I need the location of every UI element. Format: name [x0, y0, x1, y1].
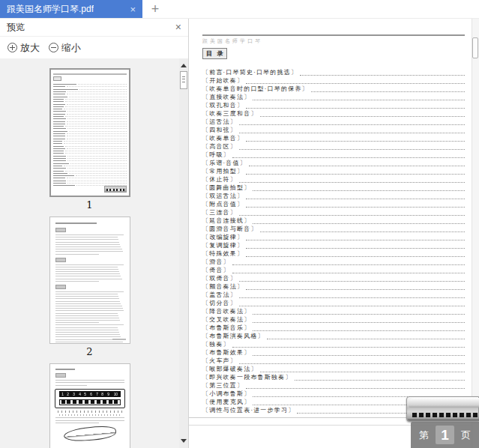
new-tab-button[interactable]: +	[145, 0, 165, 18]
toc-entry: 〔布鲁斯效果〕	[202, 348, 465, 357]
toc-entry-text: 〔吹奏单音〕	[202, 134, 244, 142]
toc-entry-text: 〔调性与位置表·进一步学习〕	[202, 406, 295, 414]
page-number-input[interactable]: 1	[436, 426, 454, 444]
toc-entry-text: 〔双运舌法〕	[202, 192, 244, 200]
mini-text-line	[55, 382, 124, 383]
thumbnail-page-1[interactable]	[49, 68, 130, 197]
zoom-in-button[interactable]: 放大	[7, 41, 40, 55]
toc-list: 〔前言·口琴简史·口琴的挑选〕〔开始吹奏〕〔吹奏单音时的口型·口琴的保养〕〔直接…	[202, 68, 465, 414]
toc-dot-leader	[232, 273, 465, 273]
toc-entry: 〔双孔和音〕	[202, 101, 465, 109]
toc-entry: 〔倚音〕	[202, 266, 465, 274]
harmonica-base	[408, 419, 479, 421]
sidebar-scrollbar-thumb[interactable]	[180, 71, 187, 89]
toc-entry-text: 〔布鲁斯演奏风格〕	[202, 332, 265, 340]
toc-entry-text: 〔滑音〕	[202, 258, 230, 266]
toc-dot-leader	[253, 100, 465, 100]
tab-close-icon[interactable]: ×	[125, 4, 136, 14]
toc-entry-text: 〔呼吸〕	[202, 151, 230, 159]
tab-bar: 跟美国名师学口琴.pdf × +	[0, 0, 479, 19]
toc-entry: 〔附点音值〕	[202, 200, 465, 208]
sidebar-scrollbar[interactable]	[179, 58, 188, 448]
toc-entry: 〔降音吹奏法〕	[202, 307, 465, 315]
sidebar-header: 预览 ×	[0, 18, 188, 37]
zoom-out-label: 缩小	[61, 41, 81, 55]
toc-dot-leader	[246, 388, 465, 389]
toc-entry-text: 〔运舌法〕	[202, 118, 237, 126]
toc-entry: 〔交叉吹奏法〕	[202, 315, 465, 324]
tab-document[interactable]: 跟美国名师学口琴.pdf ×	[0, 0, 142, 18]
thumbnail-page-3[interactable]: 12345678910	[49, 363, 130, 448]
toc-entry-text: 〔前言·口琴简史·口琴的挑选〕	[202, 68, 298, 76]
zoom-out-button[interactable]: 缩小	[49, 41, 81, 55]
toc-entry-text: 〔布鲁斯效果〕	[202, 348, 250, 357]
toc-entry-text: 〔独奏〕	[202, 340, 230, 348]
toc-dot-leader	[253, 330, 465, 331]
toc-entry-text: 〔特殊效果〕	[202, 249, 244, 258]
scroll-down-arrow-icon[interactable]	[181, 439, 187, 443]
toc-dot-leader	[239, 124, 465, 125]
toc-entry-text: 〔即兴吹奏一段布鲁斯独奏〕	[202, 373, 292, 381]
toc-entry-text: 〔三连音〕	[202, 208, 237, 217]
toc-entry-text: 〔喉部爆破奏法〕	[202, 365, 258, 373]
mini-text-line	[55, 423, 99, 423]
thumbnail-label-1: 1	[49, 197, 130, 217]
toc-dot-leader	[246, 174, 465, 175]
thumbnail-page-2[interactable]	[49, 217, 130, 344]
zoom-in-icon	[7, 43, 17, 52]
mini-title-line	[55, 369, 75, 370]
toc-entry-text: 〔延音连接线〕	[202, 217, 250, 225]
toc-entry: 〔圆舞曲拍型〕	[202, 184, 465, 192]
toc-dot-leader	[239, 363, 465, 364]
toc-dot-leader	[239, 149, 465, 150]
main-scrollbar[interactable]	[472, 18, 479, 448]
toc-entry-text: 〔复调旋律〕	[202, 241, 244, 249]
toc-entry: 〔复调旋律〕	[202, 241, 465, 249]
toc-entry-text: 〔直接吹奏法〕	[202, 93, 250, 101]
toc-entry-text: 〔吹奏三度和音〕	[202, 109, 258, 118]
toc-dot-leader	[239, 297, 465, 298]
page-indicator: 第 1 页	[411, 422, 479, 448]
toc-entry: 〔双倚音〕	[202, 274, 465, 282]
toc-dot-leader	[246, 207, 465, 208]
toc-dot-leader	[260, 116, 465, 117]
toc-entry-text: 〔降音吹奏法〕	[202, 307, 250, 315]
toc-dot-leader	[232, 347, 465, 348]
scroll-up-arrow-icon[interactable]	[181, 64, 187, 67]
toc-entry: 〔吹奏三度和音〕	[202, 109, 465, 118]
toc-dot-leader	[295, 380, 465, 381]
thumbnail-item-2: 2	[49, 217, 130, 363]
sidebar-close-icon[interactable]: ×	[175, 22, 181, 32]
pdf-page-1: 跟美国名师学口琴 目 录 〔前言·口琴简史·口琴的挑选〕〔开始吹奏〕〔吹奏单音时…	[189, 18, 472, 418]
toc-entry-text: 〔交叉吹奏法〕	[202, 315, 250, 324]
mini-hand-sketch	[63, 425, 116, 443]
toc-entry: 〔三连音〕	[202, 208, 465, 217]
toc-entry-text: 〔双倚音〕	[202, 274, 237, 282]
toc-dot-leader	[246, 141, 465, 142]
toc-entry: 〔独奏〕	[202, 340, 465, 348]
toc-dot-leader	[246, 240, 465, 240]
toc-entry-text: 〔改编旋律〕	[202, 233, 244, 241]
toc-entry: 〔圆滑音与断音〕	[202, 225, 465, 233]
page-indicator-prefix: 第	[419, 429, 429, 442]
harmonica-image	[406, 396, 479, 422]
toc-entry: 〔喉部爆破奏法〕	[202, 365, 465, 373]
toc-entry-text: 〔盖舌法〕	[202, 291, 237, 299]
harmonica-holes	[412, 412, 478, 418]
toc-entry-text: 〔四和弦〕	[202, 126, 237, 134]
toc-dot-leader	[253, 314, 465, 315]
mini-text-line	[55, 417, 124, 418]
mini-harmonica-diagram: 12345678910	[55, 389, 125, 408]
toc-dot-leader	[253, 322, 465, 323]
page-indicator-suffix: 页	[461, 429, 471, 442]
toc-entry-text: 〔颤音奏法〕	[202, 282, 244, 291]
mini-text-line	[55, 385, 87, 386]
toc-dot-leader	[246, 199, 465, 199]
toc-entry-text: 〔开始吹奏〕	[202, 76, 244, 85]
toc-entry: 〔吹奏单音〕	[202, 134, 465, 142]
page-running-header: 跟美国名师学口琴	[202, 37, 465, 45]
main-scrollbar-thumb[interactable]	[472, 37, 478, 58]
toc-entry: 〔呼吸〕	[202, 151, 465, 159]
toc-dot-leader	[300, 75, 465, 76]
toc-entry-text: 〔附点音值〕	[202, 200, 244, 208]
